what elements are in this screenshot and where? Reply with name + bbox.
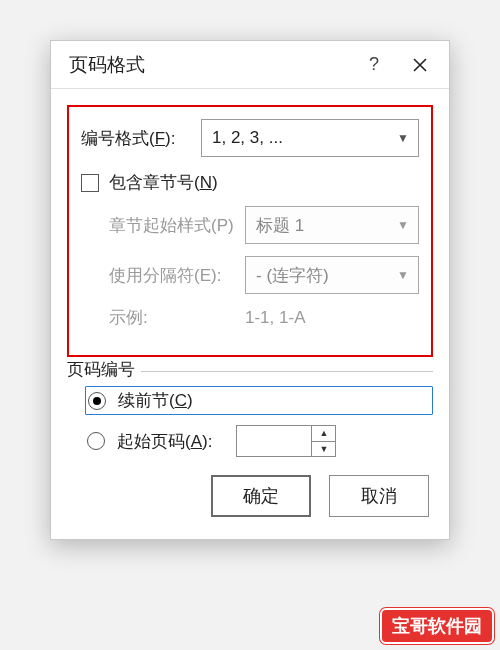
watermark-badge: 宝哥软件园 [380, 608, 494, 644]
ok-button[interactable]: 确定 [211, 475, 311, 517]
help-button[interactable]: ? [351, 41, 397, 88]
start-at-label: 起始页码(A): [117, 430, 212, 453]
continue-previous-radio[interactable] [88, 392, 106, 410]
cancel-button[interactable]: 取消 [329, 475, 429, 517]
dialog-title: 页码格式 [69, 52, 351, 78]
chapter-start-style-value: 标题 1 [256, 214, 304, 237]
highlight-region: 编号格式(F): 1, 2, 3, ... ▼ 包含章节号(N) 章节起始样式(… [67, 105, 433, 357]
page-number-format-dialog: 页码格式 ? 编号格式(F): 1, 2, 3, ... ▼ 包含章节号(N) [50, 40, 450, 540]
chevron-down-icon: ▼ [394, 218, 412, 232]
start-at-radio[interactable] [87, 432, 105, 450]
include-chapter-label: 包含章节号(N) [109, 171, 218, 194]
close-icon [412, 57, 428, 73]
example-value: 1-1, 1-A [245, 308, 419, 328]
page-numbering-group: 页码编号 续前节(C) 起始页码(A): ▲ ▼ [67, 371, 433, 457]
close-button[interactable] [397, 41, 443, 88]
dialog-buttons: 确定 取消 [67, 475, 433, 521]
title-bar: 页码格式 ? [51, 41, 449, 89]
chapter-start-style-row: 章节起始样式(P) 标题 1 ▼ [109, 206, 419, 244]
separator-select: - (连字符) ▼ [245, 256, 419, 294]
chevron-down-icon: ▼ [394, 268, 412, 282]
number-format-value: 1, 2, 3, ... [212, 128, 283, 148]
example-label: 示例: [109, 306, 245, 329]
continue-previous-label: 续前节(C) [118, 389, 193, 412]
include-chapter-checkbox-row: 包含章节号(N) [81, 171, 419, 194]
chevron-down-icon: ▼ [394, 131, 412, 145]
continue-previous-radio-row: 续前节(C) [85, 386, 433, 415]
page-numbering-group-label: 页码编号 [67, 358, 141, 381]
chapter-start-style-label: 章节起始样式(P) [109, 214, 245, 237]
include-chapter-checkbox[interactable] [81, 174, 99, 192]
spinner-up-button[interactable]: ▲ [312, 426, 335, 442]
chapter-start-style-select: 标题 1 ▼ [245, 206, 419, 244]
example-row: 示例: 1-1, 1-A [109, 306, 419, 329]
separator-value: - (连字符) [256, 264, 329, 287]
separator-row: 使用分隔符(E): - (连字符) ▼ [109, 256, 419, 294]
separator-label: 使用分隔符(E): [109, 264, 245, 287]
number-format-row: 编号格式(F): 1, 2, 3, ... ▼ [81, 119, 419, 157]
start-at-radio-row: 起始页码(A): ▲ ▼ [87, 425, 433, 457]
start-at-spinner[interactable]: ▲ ▼ [236, 425, 336, 457]
spinner-down-button[interactable]: ▼ [312, 442, 335, 457]
number-format-select[interactable]: 1, 2, 3, ... ▼ [201, 119, 419, 157]
start-at-value[interactable] [237, 426, 311, 456]
number-format-label: 编号格式(F): [81, 127, 201, 150]
